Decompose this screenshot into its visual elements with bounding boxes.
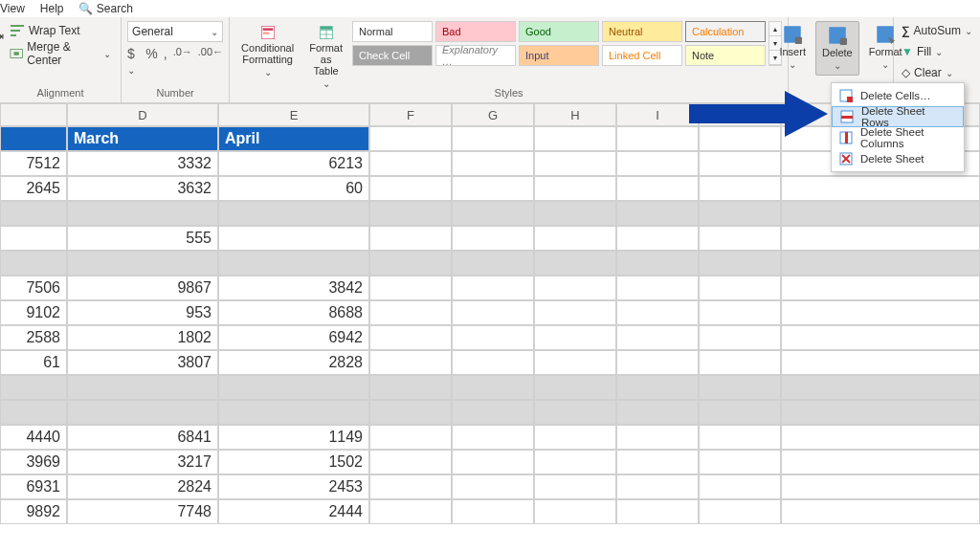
header-april[interactable]: April: [218, 126, 369, 151]
svg-rect-19: [878, 27, 893, 32]
styles-gallery[interactable]: Normal Check Cell Bad Explanatory … Good…: [352, 21, 782, 66]
tab-help[interactable]: Help: [40, 2, 64, 15]
style-bad[interactable]: Bad: [435, 21, 516, 42]
number-format-dropdown[interactable]: General ⌄: [127, 21, 223, 42]
style-normal[interactable]: Normal: [352, 21, 433, 42]
delete-cells-icon: [828, 26, 847, 45]
delete-sheet-icon: [839, 152, 853, 165]
delete-sheet-columns-item[interactable]: Delete Sheet Columns: [832, 127, 964, 148]
indent-button[interactable]: ⇥: [0, 27, 8, 46]
svg-rect-6: [262, 28, 273, 31]
style-calculation[interactable]: Calculation: [685, 21, 766, 42]
col-header-i[interactable]: I: [616, 103, 699, 126]
svg-rect-14: [795, 37, 802, 44]
table-row[interactable]: 989277482444: [0, 499, 980, 524]
tab-view[interactable]: View: [0, 2, 25, 15]
cond-format-icon: [260, 25, 276, 40]
svg-rect-16: [830, 28, 845, 33]
insert-button[interactable]: Insert⌄: [773, 21, 812, 74]
style-note[interactable]: Note: [685, 45, 766, 66]
table-row[interactable]: 6138072828: [0, 350, 980, 375]
svg-rect-22: [847, 97, 853, 102]
style-input[interactable]: Input: [519, 45, 599, 66]
delete-rows-icon: [840, 110, 854, 123]
insert-cells-icon: [783, 25, 802, 44]
fill-button[interactable]: ▼ Fill ⌄: [898, 42, 976, 61]
conditional-formatting-button[interactable]: Conditional Formatting⌄: [235, 21, 300, 81]
col-header-e[interactable]: E: [218, 103, 369, 126]
delete-sheet-item[interactable]: Delete Sheet: [832, 148, 964, 169]
percent-button[interactable]: %: [145, 46, 157, 77]
style-linked-cell[interactable]: Linked Cell: [602, 45, 682, 66]
styles-group-label: Styles: [495, 85, 523, 100]
style-neutral[interactable]: Neutral: [602, 21, 682, 42]
delete-sheet-rows-item[interactable]: Delete Sheet Rows: [832, 106, 964, 127]
table-row[interactable]: 444068411149: [0, 425, 980, 450]
table-row[interactable]: 2645363260: [0, 176, 980, 201]
svg-rect-24: [841, 116, 853, 119]
table-row[interactable]: 91029538688: [0, 300, 980, 325]
format-cells-icon: [876, 25, 895, 44]
table-row[interactable]: [0, 251, 980, 276]
svg-marker-20: [689, 91, 828, 137]
col-header-d[interactable]: D: [67, 103, 218, 126]
table-row[interactable]: [0, 375, 980, 400]
clear-button[interactable]: ◇ Clear ⌄: [898, 63, 976, 82]
table-row[interactable]: 396932171502: [0, 450, 980, 474]
table-row[interactable]: [0, 201, 980, 226]
svg-rect-26: [845, 132, 848, 143]
delete-cols-icon: [839, 131, 853, 144]
style-check-cell[interactable]: Check Cell: [352, 45, 433, 66]
merge-center-button[interactable]: Merge & Center ⌄: [6, 44, 115, 63]
table-row[interactable]: 555: [0, 226, 980, 251]
attention-arrow: [689, 91, 828, 137]
merge-icon: [10, 46, 23, 61]
delete-dropdown-menu: Delete Cells… Delete Sheet Rows Delete S…: [831, 82, 965, 172]
svg-rect-7: [262, 32, 269, 34]
table-icon: [319, 25, 334, 40]
table-row[interactable]: 750698673842: [0, 276, 980, 300]
format-as-table-button[interactable]: Format as Table⌄: [303, 21, 348, 93]
table-row[interactable]: 258818026942: [0, 325, 980, 350]
col-header-g[interactable]: G: [452, 103, 534, 126]
comma-button[interactable]: ,: [164, 46, 167, 77]
header-march[interactable]: March: [67, 126, 218, 151]
currency-button[interactable]: $ ⌄: [127, 46, 140, 77]
autosum-button[interactable]: ∑ AutoSum ⌄: [898, 21, 976, 40]
svg-rect-17: [840, 38, 847, 45]
delete-cells-icon: [839, 89, 853, 102]
col-header-f[interactable]: F: [369, 103, 452, 126]
svg-rect-8: [320, 26, 332, 29]
increase-decimal-button[interactable]: .0→: [173, 46, 192, 77]
table-row[interactable]: [0, 400, 980, 425]
chevron-down-icon: ⌄: [211, 27, 218, 37]
style-explanatory[interactable]: Explanatory …: [435, 45, 516, 66]
decrease-decimal-button[interactable]: .00←: [198, 46, 223, 77]
alignment-group-label: Alignment: [37, 85, 84, 100]
chevron-down-icon: ⌄: [103, 49, 111, 59]
delete-button[interactable]: Delete⌄: [815, 21, 859, 76]
svg-rect-13: [785, 27, 800, 32]
col-header-h[interactable]: H: [534, 103, 616, 126]
delete-cells-item[interactable]: Delete Cells…: [832, 85, 964, 106]
svg-rect-4: [13, 52, 18, 55]
search[interactable]: 🔍 Search: [78, 2, 132, 15]
style-good[interactable]: Good: [519, 21, 599, 42]
number-group-label: Number: [157, 85, 194, 100]
table-row[interactable]: 693128242453: [0, 474, 980, 499]
